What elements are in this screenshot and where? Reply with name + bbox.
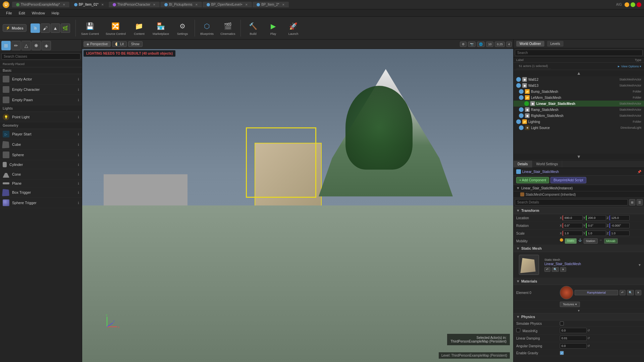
outliner-scroll-up[interactable]: ▲ [576,71,582,76]
marketplace-button[interactable]: 🏪 Marketplace [150,19,172,37]
placement-mode-btn[interactable]: ⊞ [1,41,11,50]
mesh-search-btn[interactable]: 🔍 [552,267,559,272]
tab-bi-pickupitems[interactable]: BI_PickupItems ✕ [160,2,202,7]
outliner-rightarm[interactable]: ◼ RightArm_StaticMesh StaticMeshActor [514,113,644,119]
place-sphere-trigger[interactable]: Sphere Trigger ℹ [0,198,82,208]
simulate-physics-checkbox[interactable] [560,321,564,325]
mesh-name-value[interactable]: Linear_Stair_StaticMesh [544,262,581,266]
menu-window[interactable]: Window [29,10,48,16]
enable-gravity-checkbox[interactable] [560,351,564,355]
loc-z-input[interactable] [609,215,630,221]
menu-file[interactable]: File [3,10,15,16]
blueprint-add-script-button[interactable]: Blueprint/Add Script [550,177,586,183]
scale-x-input[interactable] [562,231,583,236]
tab-close-2[interactable]: ✕ [153,3,156,6]
foliage-mode-btn[interactable]: ❋ [32,41,41,50]
blueprints-button[interactable]: ⬡ Blueprints [198,19,216,37]
world-outliner-tab[interactable]: World Outliner [516,41,544,47]
tab-close-3[interactable]: ✕ [195,3,198,6]
add-component-button[interactable]: + Add Component [516,177,549,183]
vis-icon-wall12[interactable] [516,77,521,82]
geometry-mode-btn[interactable]: ◈ [42,41,51,50]
mesh-expand-btn[interactable]: ▼ [638,263,641,267]
category-geometry[interactable]: Geometry [0,122,82,129]
vis-icon-wall13[interactable] [516,83,521,88]
place-plane[interactable]: Plane ℹ [0,180,82,187]
viewport-3d[interactable]: LIGHTING NEEDS TO BE REBUILT (40 unbuilt… [82,49,513,362]
place-empty-pawn[interactable]: Empty Pawn ℹ [0,95,82,105]
vp-camera-speed[interactable]: 0.25 [495,42,505,47]
place-cone[interactable]: Cone ℹ [0,169,82,180]
tab-close-0[interactable]: ✕ [63,3,65,6]
vp-icon2[interactable]: 📷 [468,42,476,47]
static-mobility-btn[interactable]: Static [565,238,577,244]
angular-damping-input[interactable] [560,343,587,349]
outliner-bump-staticmesh[interactable]: 📁 Bump_StaticMesh Folder [514,88,644,95]
masskg-input[interactable] [560,328,587,333]
maximize-button[interactable] [631,2,635,7]
mesh-clear-btn[interactable]: ✕ [560,267,566,272]
rot-z-input[interactable] [609,223,630,228]
tab-thirdperson-char[interactable]: ThirdPersonCharacter ✕ [109,2,160,7]
place-sphere[interactable]: Sphere ℹ [0,150,82,160]
station-mobility-btn[interactable]: Station [584,238,598,244]
details-search-input[interactable] [515,199,628,205]
vis-icon-ramp[interactable] [519,107,524,112]
mode-paint[interactable]: 🖌 [41,23,50,33]
save-current-button[interactable]: 💾 Save Current [78,19,102,37]
materials-section-header[interactable]: ▼ Materials [514,278,644,285]
tab-bp-item2[interactable]: BP_Item_2* ✕ [253,2,288,7]
scale-z-input[interactable] [609,231,630,236]
outliner-wall13[interactable]: ◼ Wall13 StaticMeshActor [514,82,644,88]
outliner-view-options[interactable]: ► View Options ▾ [617,65,641,68]
content-button[interactable]: 📁 Content [130,19,149,37]
vp-icon3[interactable]: 🌐 [477,42,485,47]
minimize-button[interactable] [625,2,629,7]
inherited-component-bar[interactable]: StaticMeshComponent (Inherited) [514,191,644,198]
settings-button[interactable]: ⚙ Settings [173,19,192,37]
outliner-wall12[interactable]: ◼ Wall12 StaticMeshActor [514,76,644,82]
rot-y-input[interactable] [586,223,606,228]
levels-tab[interactable]: Levels [547,41,564,47]
outliner-linear-stair[interactable]: ◼ Linear_Stair_StaticMesh StaticMeshActo… [514,101,644,107]
place-box-trigger[interactable]: Box Trigger ℹ [0,187,82,198]
tab-close-4[interactable]: ✕ [245,3,248,6]
source-control-button[interactable]: 🔀 Source Control [103,19,128,37]
mode-placement[interactable]: 🖱 [31,23,40,33]
build-button[interactable]: 🔨 Build [244,19,262,37]
place-empty-character[interactable]: Empty Character ℹ [0,84,82,95]
tab-bp-opennextlevel[interactable]: BP_OpenNextLevel+ ✕ [203,2,252,7]
perspective-button[interactable]: ◈ Perspective [84,41,111,47]
place-player-start[interactable]: ▷ Player Start ℹ [0,129,82,139]
mode-landscape[interactable]: ▲ [51,23,60,33]
launch-button[interactable]: 🚀 Launch [284,19,303,37]
menu-edit[interactable]: Edit [15,10,29,16]
cinematics-button[interactable]: 🎬 Cinematics [218,19,238,37]
details-tab[interactable]: Details [514,161,532,168]
loc-y-input[interactable] [586,215,606,221]
static-mesh-section-header[interactable]: ▼ Static Mesh [514,245,644,252]
paint-mode-btn[interactable]: ✏ [11,41,21,50]
outliner-light-source[interactable]: ☀ Light Source DirectionalLight [514,125,644,131]
place-cube[interactable]: Cube ℹ [0,139,82,150]
materials-expand-btn[interactable]: ▼ [577,309,580,312]
vis-icon-stair[interactable] [524,101,529,106]
angular-damp-reset[interactable]: ↺ [587,344,590,348]
search-classes-input[interactable] [1,53,80,60]
rot-x-input[interactable] [562,223,583,228]
mesh-browse-btn[interactable]: ↶ [544,267,550,272]
tab-bp-item01[interactable]: BP_Item_01* ✕ [70,2,108,7]
world-settings-tab[interactable]: World Settings [532,161,562,168]
play-button[interactable]: ▶ Play [264,19,282,37]
show-button[interactable]: Show [128,41,143,47]
tab-close-5[interactable]: ✕ [282,3,285,6]
vis-icon-lightsrc[interactable] [519,125,524,130]
close-button[interactable] [637,2,641,7]
masskg-checkbox[interactable] [516,328,520,332]
details-layout-btn[interactable]: ⊞ [629,199,635,205]
menu-help[interactable]: Help [48,10,63,16]
linear-damp-reset[interactable]: ↺ [587,337,590,340]
outliner-ramp[interactable]: ◼ Ramp_StaticMesh StaticMeshActor [514,107,644,113]
mode-foliage[interactable]: 🌿 [61,23,70,33]
textures-dropdown-btn[interactable]: Textures ▾ [560,302,580,307]
